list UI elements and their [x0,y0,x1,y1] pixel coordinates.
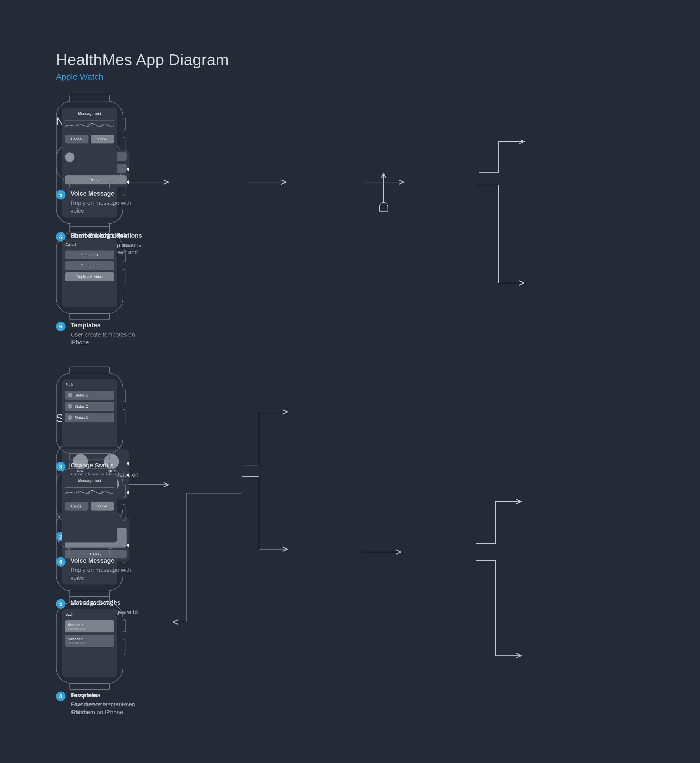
reply-voice-button[interactable]: Reply with voice [65,273,114,281]
cancel-label[interactable]: Cancel [65,242,114,248]
waveform-icon [65,487,114,497]
section-notification: Notification [56,115,644,128]
favorite-row-2[interactable]: Sender 2 Some text here [65,635,114,647]
template-2-button[interactable]: Template 2 [65,262,114,270]
done-button[interactable]: Done [91,502,114,511]
voice-header: Message text [65,479,114,483]
page-subtitle: Apple Watch [56,72,644,81]
cancel-button[interactable]: Cancel [65,502,89,511]
caption-s6: 6 Voice Message Reply on message with vo… [56,557,143,582]
done-button[interactable]: Done [91,135,114,144]
page-title: HealthMes App Diagram [56,50,644,69]
cancel-button[interactable]: Cancel [65,135,89,144]
back-button[interactable]: Back [65,382,114,389]
watch-change-status: Back Status 1 Status 2 Status 3 [56,373,123,454]
template-1-button[interactable]: Template 1 [65,251,114,259]
favorite-row-1[interactable]: Sender 1 Some text here [65,620,114,633]
caption-s8: 8 Favorites Favorites contacts. User add… [56,691,143,716]
back-button[interactable]: Back [65,612,114,618]
status-3-row[interactable]: Status 3 [65,413,114,422]
caption-n6: 6 Templates User create tempates on iPho… [56,322,143,346]
status-1-row[interactable]: Status 1 [65,391,114,400]
flow-arrows-notification [56,140,644,359]
status-2-row[interactable]: Status 2 [65,402,114,411]
watch-favorites: Back Sender 1 Some text here Sender 2 So… [56,602,123,684]
voice-header: Message text [65,111,114,116]
watch-voice-message: Message text Cancel Done [56,101,123,182]
caption-n5: 5 Voice Message Reply on message with vo… [56,190,143,215]
flow-arrows-screenmap [56,381,644,763]
sender-avatar-icon [65,152,75,162]
waveform-icon [65,120,114,130]
watch-templates: Cancel Template 1 Template 2 Reply with … [56,233,123,314]
watch-voice-message-2: Message text Cancel Done [56,468,123,549]
